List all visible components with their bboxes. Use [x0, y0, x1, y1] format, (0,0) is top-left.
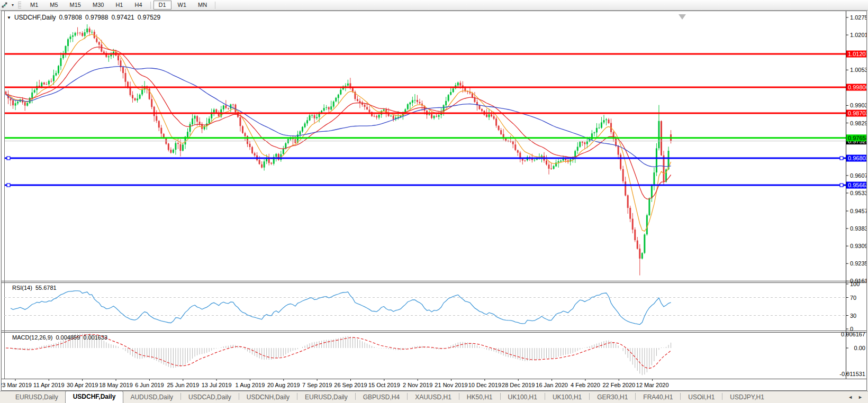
- chart-tab-usdcad-daily[interactable]: USDCAD,Daily: [182, 392, 238, 403]
- chart-tab-usdjpy-h1[interactable]: USDJPY,H1: [723, 392, 771, 403]
- svg-text:0.98703: 0.98703: [848, 110, 866, 116]
- svg-text:100: 100: [850, 281, 860, 287]
- ohlc-close: 0.97529: [138, 14, 160, 21]
- svg-text:0.96070: 0.96070: [850, 172, 866, 179]
- timeframe-button-mn[interactable]: MN: [193, 1, 212, 10]
- line-handle[interactable]: [840, 157, 843, 160]
- line-handle[interactable]: [7, 157, 10, 160]
- rsi-label: RSI(14)55.6781: [12, 285, 57, 291]
- svg-text:12 Mar 2020: 12 Mar 2020: [636, 382, 669, 388]
- chart-tab-ger30-h1[interactable]: GER30,H1: [590, 392, 635, 403]
- tab-divider: [500, 393, 501, 400]
- tool-dropdown-caret-icon[interactable]: ▾: [10, 3, 16, 7]
- chart-tab-usdcnh-daily[interactable]: USDCNH,Daily: [240, 392, 296, 403]
- tab-divider: [239, 393, 239, 400]
- ohlc-low: 0.97421: [111, 14, 134, 21]
- timeframe-button-d1[interactable]: D1: [153, 1, 171, 10]
- timeframe-button-m5[interactable]: M5: [44, 1, 63, 10]
- price-axis: 1.027501.020101.005300.990300.982900.960…: [839, 14, 866, 377]
- svg-text:0.94570: 0.94570: [850, 208, 866, 214]
- collapse-arrow-icon[interactable]: ▼: [7, 15, 11, 20]
- svg-text:7 Sep 2019: 7 Sep 2019: [302, 382, 332, 388]
- tab-divider: [407, 393, 408, 400]
- svg-text:0.99800: 0.99800: [848, 84, 866, 90]
- tab-scroll-arrows: ◄ ►: [848, 395, 863, 400]
- toolbar-grip[interactable]: [18, 2, 21, 8]
- svg-text:0.98290: 0.98290: [850, 120, 866, 126]
- timeframe-buttons: M1M5M15M30H1H4D1W1MN: [24, 1, 218, 10]
- svg-text:16 Jan 2020: 16 Jan 2020: [536, 382, 568, 388]
- chart-tab-audusd-daily[interactable]: AUDUSD,Daily: [123, 392, 180, 403]
- svg-text:0.92350: 0.92350: [850, 260, 866, 267]
- svg-text:0.97658: 0.97658: [848, 135, 866, 141]
- chart-tab-uk100-h1[interactable]: UK100,H1: [501, 392, 544, 403]
- svg-text:0.006167: 0.006167: [841, 331, 865, 337]
- svg-text:15 Oct 2019: 15 Oct 2019: [368, 382, 400, 388]
- svg-text:0.95663: 0.95663: [848, 182, 866, 188]
- candlesticks: [5, 24, 672, 276]
- timeframe-button-h1[interactable]: H1: [110, 1, 128, 10]
- chart-tab-usdchf-daily[interactable]: USDCHF,Daily: [65, 391, 124, 403]
- svg-text:0.93830: 0.93830: [850, 225, 866, 232]
- timeframe-button-w1[interactable]: W1: [173, 1, 192, 10]
- chart-tab-gbpusd-h4[interactable]: GBPUSD,H4: [356, 392, 406, 403]
- tab-scroll-left-icon[interactable]: ◄: [848, 395, 853, 400]
- chart-tab-usoil-h1[interactable]: USOil,H1: [681, 392, 721, 403]
- toolbar-divider: [215, 2, 215, 9]
- svg-text:20 Aug 2019: 20 Aug 2019: [267, 382, 300, 388]
- line-handle[interactable]: [840, 184, 843, 187]
- svg-text:26 Sep 2019: 26 Sep 2019: [334, 382, 367, 388]
- cursor-tool-icon[interactable]: [0, 1, 10, 10]
- chart-tab-hk50-h1[interactable]: HK50,H1: [460, 392, 500, 403]
- timeframe-button-h4[interactable]: H4: [129, 1, 147, 10]
- svg-text:23 Mar 2019: 23 Mar 2019: [2, 382, 32, 388]
- timeframe-button-m1[interactable]: M1: [25, 1, 43, 10]
- rsi-pane: [4, 291, 846, 325]
- toolbar-divider: [150, 2, 151, 9]
- svg-text:0.96803: 0.96803: [848, 155, 866, 161]
- timeframe-button-m15[interactable]: M15: [65, 1, 86, 10]
- tab-divider: [180, 393, 181, 400]
- svg-text:1.02010: 1.02010: [850, 32, 866, 38]
- svg-text:0.99030: 0.99030: [850, 102, 866, 108]
- svg-text:13 Jul 2019: 13 Jul 2019: [202, 382, 232, 388]
- chart-tab-eurusd-daily[interactable]: EURUSD,Daily: [8, 392, 65, 403]
- line-handle[interactable]: [7, 184, 10, 187]
- chart-shift-marker-icon[interactable]: [679, 14, 686, 20]
- svg-text:30 Apr 2019: 30 Apr 2019: [67, 382, 98, 388]
- horizontal-lines[interactable]: [4, 54, 846, 187]
- tab-divider: [355, 393, 356, 400]
- tab-scroll-right-icon[interactable]: ►: [858, 395, 863, 400]
- moving-averages: [6, 34, 671, 231]
- chart-tab-uk100-h1[interactable]: UK100,H1: [546, 392, 589, 403]
- svg-text:1.00530: 1.00530: [850, 67, 866, 73]
- tab-divider: [589, 393, 590, 400]
- svg-text:30: 30: [850, 313, 856, 319]
- tab-divider: [635, 393, 636, 400]
- ohlc-high: 0.97988: [85, 14, 108, 21]
- svg-text:4 Feb 2020: 4 Feb 2020: [571, 382, 600, 388]
- chart-tab-fra40-h1[interactable]: FRA40,H1: [636, 392, 680, 403]
- svg-text:2 Nov 2019: 2 Nov 2019: [403, 382, 432, 388]
- tab-divider: [297, 393, 297, 400]
- chart-window: 1.027501.020101.005300.990300.982900.960…: [1, 11, 867, 391]
- svg-text:22 Feb 2020: 22 Feb 2020: [602, 382, 635, 388]
- tab-divider: [722, 393, 722, 400]
- svg-text:1 Aug 2019: 1 Aug 2019: [236, 382, 265, 388]
- svg-text:70: 70: [850, 295, 856, 301]
- timeframe-button-m30[interactable]: M30: [87, 1, 109, 10]
- svg-text:25 Jun 2019: 25 Jun 2019: [167, 382, 199, 388]
- date-axis: 23 Mar 201911 Apr 201930 Apr 201918 May …: [2, 379, 669, 388]
- chart-tab-eurusd-daily[interactable]: EURUSD,Daily: [298, 392, 355, 403]
- mt4-window: ▾ M1M5M15M30H1H4D1W1MN 1.027501.020101.0…: [0, 0, 868, 403]
- tab-divider: [545, 393, 545, 400]
- pane-frame: [2, 11, 866, 379]
- chart-tab-xauusd-h1[interactable]: XAUUSD,H1: [408, 392, 458, 403]
- svg-text:28 Dec 2019: 28 Dec 2019: [502, 382, 535, 388]
- svg-text:6 Jun 2019: 6 Jun 2019: [135, 382, 164, 388]
- svg-text:21 Nov 2019: 21 Nov 2019: [435, 382, 467, 388]
- chart-symbol-label: USDCHF,Daily: [14, 14, 56, 21]
- chart-title: ▼ USDCHF,Daily 0.97808 0.97988 0.97421 0…: [7, 14, 160, 21]
- toolbar: ▾ M1M5M15M30H1H4D1W1MN: [0, 0, 868, 11]
- chart-canvas[interactable]: 1.027501.020101.005300.990300.982900.960…: [2, 11, 866, 390]
